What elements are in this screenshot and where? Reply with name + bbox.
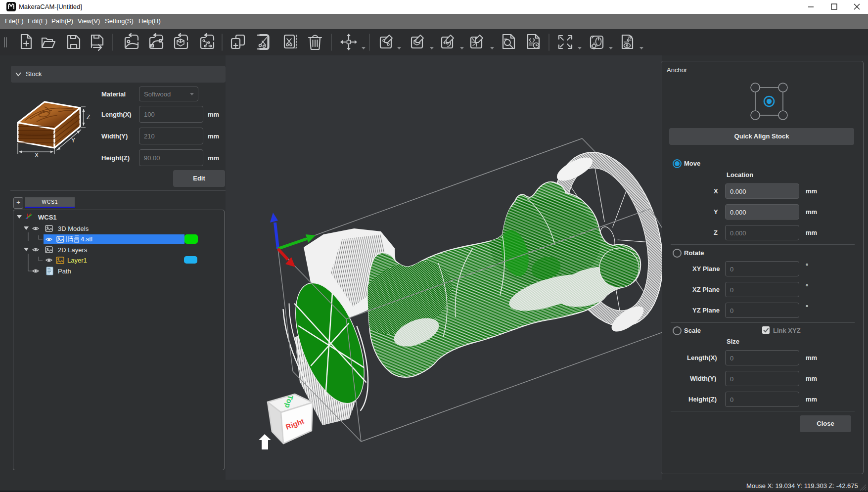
svg-text:Y: Y	[71, 137, 75, 144]
svg-text:X: X	[35, 152, 39, 158]
svg-text:Path: Path	[58, 268, 71, 275]
svg-text:Layer1: Layer1	[67, 257, 87, 264]
svg-text:WCS1: WCS1	[38, 214, 57, 221]
svg-text:Z: Z	[87, 114, 90, 121]
svg-text:3D Models: 3D Models	[58, 225, 89, 232]
svg-text:4.stl: 4.stl	[81, 235, 92, 243]
svg-text:2D Layers: 2D Layers	[58, 246, 88, 254]
